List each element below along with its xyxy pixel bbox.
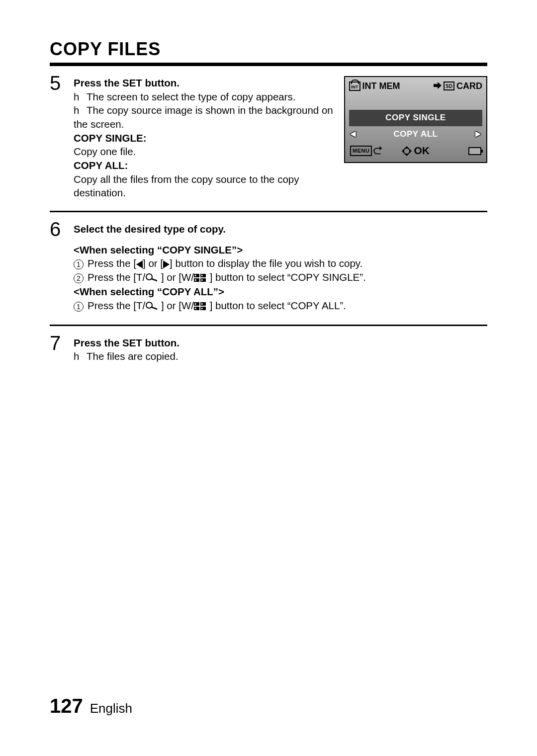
sd-card-icon: SD [444, 82, 454, 90]
step-number: 5 [50, 73, 74, 93]
page-footer: 127 English [50, 695, 132, 717]
magnify-icon [145, 300, 158, 314]
arrow-right-icon [434, 80, 442, 92]
step-5: 5 Press the SET button. hThe screen to s… [50, 73, 487, 200]
svg-line-16 [152, 307, 157, 309]
svg-rect-19 [194, 307, 199, 310]
screen-dest: SD CARD [434, 80, 482, 92]
step-6-line-3: 1Press the [T/ ] or [W/ ] button to sele… [74, 299, 487, 313]
svg-rect-18 [200, 302, 206, 306]
svg-rect-9 [194, 278, 199, 282]
step-6-line-1: 1Press the [] or [] button to display th… [74, 256, 487, 270]
step-5-bullet-1: hThe screen to select the type of copy a… [74, 90, 334, 104]
step-7-heading: Press the SET button. [74, 336, 487, 350]
nav-diamond-icon [402, 146, 412, 156]
camera-screen: INT INT MEM SD CARD COPY SINGLE [344, 76, 487, 163]
svg-rect-7 [194, 274, 199, 277]
step-5-bullet-2: hThe copy source image is shown in the b… [74, 103, 334, 131]
step-6-heading: Select the desired type of copy. [74, 222, 487, 236]
grid-icon [194, 300, 207, 314]
svg-rect-8 [200, 274, 206, 277]
left-arrow-icon [136, 260, 143, 268]
int-mem-icon: INT [349, 82, 360, 91]
copy-single-label: COPY SINGLE: [74, 131, 334, 145]
step-number: 6 [50, 219, 74, 239]
divider [50, 325, 487, 326]
svg-rect-14 [201, 279, 203, 281]
screen-ok: OK [402, 144, 430, 158]
svg-point-15 [146, 302, 152, 308]
battery-icon [468, 147, 481, 155]
svg-line-6 [152, 279, 157, 281]
circled-2-icon: 2 [74, 273, 84, 283]
step-7: 7 Press the SET button. hThe files are c… [50, 333, 487, 363]
page-number: 127 [50, 695, 83, 717]
svg-rect-21 [195, 303, 196, 305]
magnify-icon [145, 271, 158, 285]
svg-rect-22 [201, 303, 203, 305]
svg-rect-11 [195, 275, 196, 276]
svg-rect-10 [200, 278, 206, 282]
divider [50, 211, 487, 212]
circled-1-icon: 1 [74, 302, 84, 312]
screen-option-copy-single: COPY SINGLE [349, 110, 482, 126]
return-icon: ⮌ [373, 144, 383, 158]
step-number: 7 [50, 333, 74, 353]
step-5-heading: Press the SET button. [74, 76, 334, 90]
when-copy-single: <When selecting “COPY SINGLE”> [74, 243, 487, 257]
when-copy-all: <When selecting “COPY ALL”> [74, 285, 487, 299]
svg-rect-23 [195, 308, 196, 309]
svg-rect-12 [201, 275, 203, 276]
svg-rect-13 [195, 279, 196, 281]
screen-right-arrow-icon: ▶ [475, 129, 481, 139]
step-7-bullet-1: hThe files are copied. [74, 349, 487, 363]
copy-all-label: COPY ALL: [74, 159, 334, 172]
step-6-line-2: 2Press the [T/ ] or [W/ ] button to sele… [74, 270, 487, 285]
svg-rect-20 [200, 307, 206, 310]
screen-left-arrow-icon: ◀ [350, 129, 356, 139]
screen-menu-back: MENU ⮌ [350, 144, 383, 158]
circled-1-icon: 1 [74, 259, 84, 269]
right-arrow-icon [163, 260, 170, 268]
page-title: COPY FILES [50, 39, 487, 66]
grid-icon [194, 271, 207, 285]
page-language: English [90, 701, 132, 716]
screen-source: INT INT MEM [349, 80, 400, 92]
svg-rect-17 [194, 302, 199, 306]
step-6: 6 Select the desired type of copy. <When… [50, 219, 487, 314]
svg-point-5 [146, 274, 152, 280]
copy-all-desc: Copy all the files from the copy source … [74, 172, 334, 200]
copy-single-desc: Copy one file. [74, 145, 334, 159]
svg-rect-24 [201, 308, 203, 309]
